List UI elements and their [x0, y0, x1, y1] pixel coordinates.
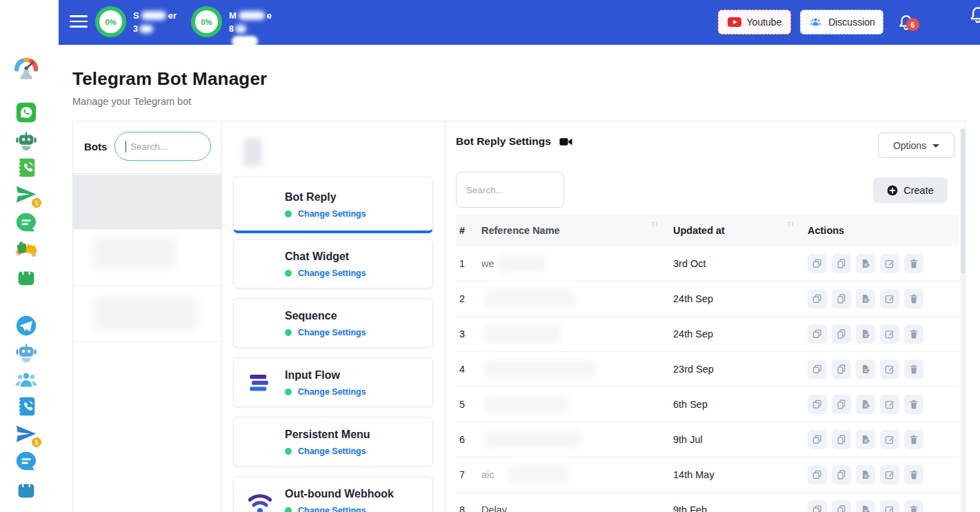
- integration-puzzle-icon[interactable]: [14, 237, 38, 261]
- feature-card-outbound-webhook[interactable]: Out-bound Webhook Change Settings: [233, 476, 433, 512]
- table-search-input[interactable]: [457, 173, 563, 207]
- create-label: Create: [903, 185, 934, 196]
- bot-list-item[interactable]: [73, 286, 221, 342]
- export-icon[interactable]: [856, 465, 875, 484]
- notification-bell-icon[interactable]: 6: [897, 12, 920, 36]
- duplicate-icon[interactable]: [832, 395, 851, 414]
- edit-icon[interactable]: [880, 430, 899, 449]
- scrollbar[interactable]: [961, 128, 965, 512]
- copy-icon[interactable]: [808, 430, 827, 449]
- export-icon[interactable]: [856, 254, 875, 273]
- status-dot: [285, 210, 292, 217]
- change-settings-link[interactable]: Change Settings: [298, 209, 366, 219]
- broadcast-green-icon[interactable]: 1: [14, 183, 38, 206]
- copy-icon[interactable]: [808, 395, 827, 414]
- ecommerce-bag-green-icon[interactable]: [14, 264, 38, 288]
- sort-icon[interactable]: ↑↓: [787, 219, 794, 227]
- bot-list-item-selected[interactable]: [73, 175, 221, 229]
- change-settings-link[interactable]: Change Settings: [298, 268, 366, 278]
- feature-title: Out-bound Webhook: [285, 488, 394, 500]
- progress-ring: 0%: [95, 6, 126, 37]
- row-number: 8: [456, 504, 481, 512]
- feature-card-sequence[interactable]: Sequence Change Settings: [233, 298, 433, 348]
- export-icon[interactable]: [856, 430, 875, 449]
- duplicate-icon[interactable]: [832, 289, 851, 308]
- bell-icon-partial: [968, 3, 980, 31]
- delete-icon[interactable]: [904, 430, 923, 449]
- top-header: 0% S er 3 0% M e: [59, 0, 980, 45]
- change-settings-link[interactable]: Change Settings: [298, 328, 366, 337]
- duplicate-icon[interactable]: [832, 254, 851, 273]
- group-blue-icon[interactable]: [14, 368, 38, 392]
- feature-card-chat-widget[interactable]: Chat Widget Change Settings: [233, 239, 433, 288]
- duplicate-icon[interactable]: [832, 500, 851, 512]
- edit-icon[interactable]: [880, 500, 899, 512]
- live-chat-blue-icon[interactable]: [14, 450, 38, 473]
- copy-icon[interactable]: [808, 465, 827, 484]
- edit-icon[interactable]: [880, 395, 899, 414]
- duplicate-icon[interactable]: [832, 360, 851, 379]
- status-dot: [285, 388, 292, 395]
- delete-icon[interactable]: [904, 360, 923, 379]
- feature-card-input-flow[interactable]: Input Flow Change Settings: [233, 357, 433, 407]
- export-icon[interactable]: [856, 360, 875, 379]
- feature-card-persistent-menu[interactable]: Persistent Menu Change Settings: [233, 417, 433, 466]
- code-icon: [245, 427, 275, 457]
- change-settings-link[interactable]: Change Settings: [298, 446, 366, 456]
- scrollbar-thumb[interactable]: [961, 128, 965, 273]
- bot-list-item[interactable]: [73, 229, 221, 286]
- col-reference-name: Reference Name: [481, 225, 673, 236]
- contact-book-green-icon[interactable]: [14, 156, 38, 179]
- copy-icon[interactable]: [808, 324, 827, 344]
- sort-icon[interactable]: ↑↓: [651, 219, 659, 227]
- live-chat-green-icon[interactable]: [14, 211, 38, 235]
- ecommerce-bag-blue-icon[interactable]: [14, 477, 38, 500]
- delete-icon[interactable]: [904, 465, 923, 484]
- change-settings-link[interactable]: Change Settings: [298, 506, 366, 512]
- copy-icon[interactable]: [808, 254, 827, 273]
- redaction-blob: [508, 466, 570, 484]
- broadcast-blue-icon[interactable]: 1: [14, 422, 38, 446]
- export-icon[interactable]: [856, 289, 875, 308]
- change-settings-link[interactable]: Change Settings: [298, 387, 366, 397]
- options-label: Options: [893, 140, 926, 151]
- redaction-blob: [485, 290, 574, 308]
- discussion-button[interactable]: Discussion: [800, 10, 883, 35]
- duplicate-icon[interactable]: [832, 324, 851, 344]
- delete-icon[interactable]: [904, 324, 923, 344]
- edit-icon[interactable]: [880, 289, 899, 308]
- table-row: 2 24th Sep: [456, 282, 959, 317]
- contact-book-blue-icon[interactable]: [14, 395, 38, 418]
- duplicate-icon[interactable]: [832, 430, 851, 449]
- dashboard-gauge-icon[interactable]: [12, 54, 40, 81]
- create-button[interactable]: Create: [873, 177, 948, 203]
- youtube-button[interactable]: Youtube: [718, 10, 791, 35]
- edit-icon[interactable]: [880, 324, 899, 344]
- export-icon[interactable]: [856, 324, 875, 344]
- telegram-icon[interactable]: [14, 314, 38, 337]
- edit-icon[interactable]: [880, 254, 899, 273]
- chatbot-green-icon[interactable]: [14, 129, 38, 152]
- copy-icon[interactable]: [808, 289, 827, 308]
- edit-icon[interactable]: [880, 465, 899, 484]
- chatbot-blue-icon[interactable]: [14, 341, 38, 364]
- options-button[interactable]: Options: [878, 132, 954, 158]
- delete-icon[interactable]: [904, 395, 923, 414]
- hamburger-menu-icon[interactable]: [70, 15, 88, 29]
- panels-container: Bots Bot Reply: [72, 121, 966, 512]
- delete-icon[interactable]: [904, 289, 923, 308]
- whatsapp-icon[interactable]: [14, 101, 38, 124]
- duplicate-icon[interactable]: [832, 465, 851, 484]
- export-icon[interactable]: [856, 395, 875, 414]
- copy-icon[interactable]: [808, 500, 827, 512]
- feature-card-bot-reply[interactable]: Bot Reply Change Settings: [233, 177, 433, 233]
- page-title: Telegram Bot Manager: [72, 68, 267, 90]
- video-camera-icon[interactable]: [559, 137, 572, 147]
- delete-icon[interactable]: [904, 254, 923, 273]
- redaction-blob: [485, 431, 581, 449]
- delete-icon[interactable]: [904, 500, 923, 512]
- copy-icon[interactable]: [808, 360, 827, 379]
- edit-icon[interactable]: [880, 360, 899, 379]
- export-icon[interactable]: [856, 500, 875, 512]
- bots-search-input[interactable]: [130, 132, 205, 160]
